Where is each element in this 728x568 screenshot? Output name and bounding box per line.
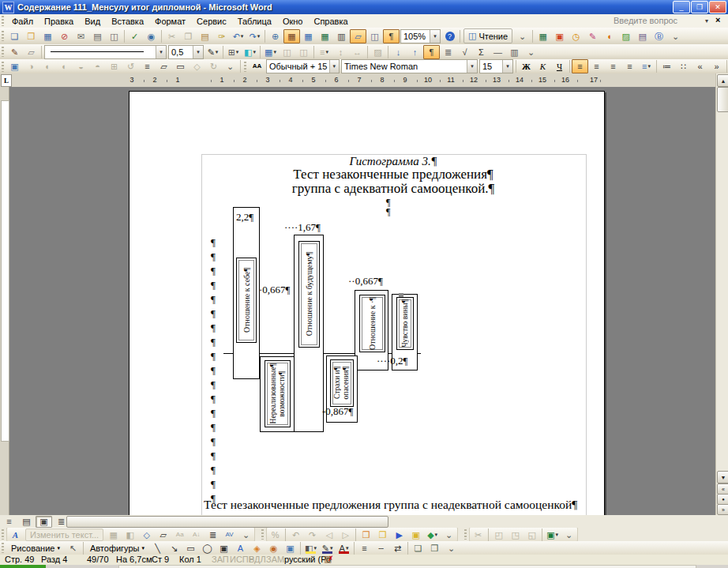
menu-insert[interactable]: Вставка xyxy=(106,16,149,27)
ask-question-box[interactable]: Введите вопрос xyxy=(614,16,677,25)
autoshapes-menu-button[interactable]: Автофигуры▾ xyxy=(85,541,149,555)
title-bar[interactable]: W Содержание 111_Менсулу итог дипломной … xyxy=(0,0,728,14)
document-map-icon[interactable]: ◫ xyxy=(366,29,383,43)
chevron-down-icon[interactable]: ▾ xyxy=(705,17,708,24)
menu-table[interactable]: Таблица xyxy=(232,16,277,27)
underline-button[interactable]: Ч xyxy=(551,59,568,73)
addin-excel-icon[interactable]: ▦ xyxy=(535,29,551,43)
send-arrow-icon[interactable]: ▶ xyxy=(391,528,407,541)
addin-fox-icon[interactable]: ◖ xyxy=(601,29,617,43)
chevron-down-icon[interactable]: ▾ xyxy=(193,46,203,58)
bar-text-box-fears[interactable]: Страхи и¶ опасения¶ xyxy=(330,359,354,407)
styles-and-formatting-icon[interactable]: АА xyxy=(249,59,265,73)
wordart-alignment-icon[interactable]: ≣ xyxy=(205,528,221,541)
picture-line-type-icon[interactable]: ≡ xyxy=(139,59,156,73)
addin-leaf-icon[interactable]: ▨ xyxy=(617,29,634,43)
text-columns-icon[interactable]: ▥ xyxy=(506,45,523,59)
draw-table-icon[interactable]: ✎ xyxy=(6,45,23,59)
toolbar-handle[interactable] xyxy=(261,529,264,540)
folder-save-color-icon[interactable]: ❒ xyxy=(374,528,391,541)
line-spacing-icon[interactable]: ≡▾ xyxy=(638,59,655,73)
vertical-scroll-thumb[interactable] xyxy=(717,87,728,112)
split-table-icon[interactable]: — xyxy=(490,45,506,59)
line-weight-combo[interactable]: 0,5 ▾ xyxy=(168,45,204,59)
chevron-down-icon[interactable]: ▾ xyxy=(257,33,261,39)
rectangle-icon[interactable]: ▭ xyxy=(182,541,199,555)
view-web-layout-icon[interactable]: ▤ xyxy=(18,516,35,528)
tables-and-borders-icon[interactable]: ▦ xyxy=(283,29,300,43)
chevron-down-icon[interactable]: ▾ xyxy=(556,532,559,538)
chevron-down-icon[interactable]: ▾ xyxy=(467,60,477,73)
text-wrapping-icon[interactable]: ▱ xyxy=(156,59,172,73)
bar-text-box-future[interactable]: Отношение к будущему¶ xyxy=(298,241,320,348)
bar-text-box-attitude[interactable]: Отношение к ·¶ xyxy=(359,295,385,352)
toolbar-overflow-icon[interactable]: ⌄ xyxy=(514,29,531,43)
chevron-down-icon[interactable]: ▾ xyxy=(330,545,333,551)
shading-color-icon[interactable]: ◧▾ xyxy=(242,45,258,59)
print-icon[interactable]: ▤ xyxy=(89,29,106,43)
align-center-icon[interactable]: ≡ xyxy=(588,59,605,73)
chevron-down-icon[interactable]: ▾ xyxy=(502,60,512,73)
drawing-icon[interactable]: ▱ xyxy=(350,29,366,43)
print-preview-icon[interactable]: ◫ xyxy=(106,29,122,43)
insert-wordart-2-icon[interactable]: A xyxy=(232,541,249,555)
open-icon[interactable]: ❒ xyxy=(23,29,39,43)
previous-page-icon[interactable]: « xyxy=(717,483,728,495)
menu-file[interactable]: Файл xyxy=(6,16,39,27)
insert-table-icon[interactable]: ▦ xyxy=(300,29,317,43)
chevron-down-icon[interactable]: ▾ xyxy=(325,49,328,55)
close-button[interactable]: ✕ xyxy=(709,1,726,13)
addin3-overflow-icon[interactable]: ⌄ xyxy=(561,528,577,541)
wordart-toolbar-overflow-icon[interactable]: ⌄ xyxy=(238,528,254,541)
justify-icon[interactable]: ≡ xyxy=(621,59,638,73)
paste-icon[interactable]: ▤ xyxy=(197,29,213,43)
view-print-layout-icon[interactable]: ▣ xyxy=(36,516,52,528)
insert-clipart-icon[interactable]: ◉ xyxy=(265,541,282,555)
picture-toolbar-overflow-icon[interactable]: ⌄ xyxy=(222,59,238,73)
menu-edit[interactable]: Правка xyxy=(39,16,79,27)
screen-reader-icon[interactable]: ▣▾ xyxy=(544,528,561,541)
vertical-scrollbar[interactable]: ▲ ▼ « ● » xyxy=(715,73,728,515)
select-objects-icon[interactable]: ↖ xyxy=(65,541,81,555)
increase-indent-icon[interactable]: » xyxy=(708,59,725,73)
show-paragraph-marks-icon[interactable]: ¶ xyxy=(383,29,400,43)
finereader-gem-icon[interactable]: ◆▾ xyxy=(424,528,441,541)
text-box-icon[interactable]: ▣ xyxy=(216,541,232,555)
addin-powerpoint-icon[interactable]: ▣ xyxy=(551,29,568,43)
chevron-down-icon[interactable]: ▾ xyxy=(647,63,651,70)
chevron-down-icon[interactable]: ▾ xyxy=(430,30,440,43)
fill-color-icon[interactable]: ◧▾ xyxy=(302,541,319,555)
italic-button[interactable]: К xyxy=(535,59,551,73)
bar-text-box-guilt[interactable]: Чувство вины¶ xyxy=(396,297,414,350)
select-browse-object-icon[interactable]: ● xyxy=(717,494,728,505)
folder-open-color-icon[interactable]: ❒ xyxy=(358,528,374,541)
addin2-overflow-icon[interactable]: ⌄ xyxy=(441,528,457,541)
save-icon[interactable]: ▦ xyxy=(39,29,56,43)
chevron-down-icon[interactable]: ▾ xyxy=(346,545,349,551)
decrease-indent-icon[interactable]: « xyxy=(692,59,708,73)
view-normal-icon[interactable]: ≡ xyxy=(1,516,17,528)
style-combo[interactable]: Обычный + 15 г ▾ xyxy=(266,59,340,73)
toolbar-overflow-icon[interactable]: ⌄ xyxy=(667,29,684,43)
addin-keyboard-icon[interactable]: ▤ xyxy=(634,29,651,43)
threed-style-icon[interactable]: ❒ xyxy=(426,541,443,555)
spelling-status-icon[interactable]: ▥✗ xyxy=(324,554,335,564)
line-style-combo[interactable]: ▾ xyxy=(44,45,167,59)
bold-button[interactable]: Ж xyxy=(518,59,535,73)
toolbar-handle[interactable] xyxy=(2,529,4,540)
chevron-down-icon[interactable]: ▾ xyxy=(253,49,256,55)
chevron-down-icon[interactable]: ▾ xyxy=(313,545,317,551)
sort-ascending-icon[interactable]: ↓ xyxy=(390,45,407,59)
email-icon[interactable]: ✉ xyxy=(73,29,89,43)
menu-format[interactable]: Формат xyxy=(149,16,191,27)
insert-picture-2-icon[interactable]: ▣ xyxy=(282,541,298,555)
restore-button[interactable]: ❐ xyxy=(691,1,708,13)
vertical-ruler[interactable] xyxy=(0,87,9,515)
drawing-toolbar-overflow-icon[interactable]: ⌄ xyxy=(443,541,460,555)
scroll-down-icon[interactable]: ▼ xyxy=(717,471,728,483)
borders-icon[interactable]: ⊞▾ xyxy=(225,45,242,59)
bar-text-box-unrealized[interactable]: Нереализованные¶ возможности¶ xyxy=(265,360,291,427)
wordart-text-wrapping-icon[interactable]: ▱ xyxy=(155,528,171,541)
zoom-combo[interactable]: 105% ▾ xyxy=(400,29,441,43)
toolbar-handle[interactable] xyxy=(464,529,467,540)
